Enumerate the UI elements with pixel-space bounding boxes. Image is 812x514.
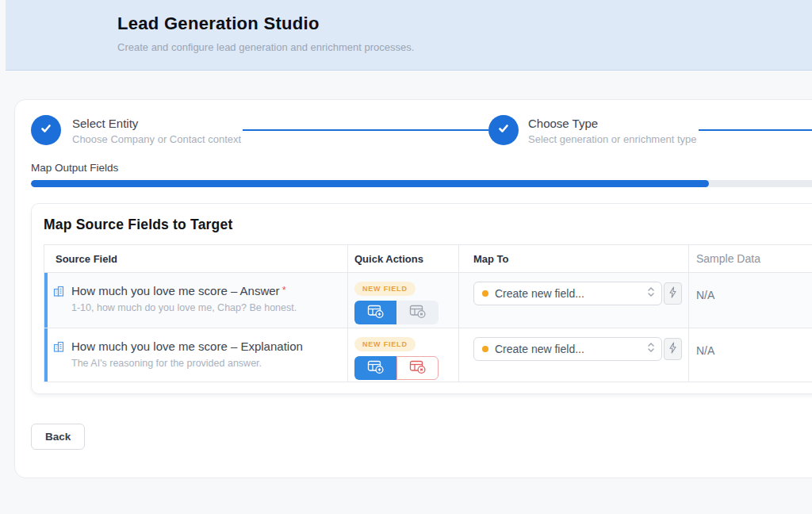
step-connector: [699, 129, 812, 131]
page-title: Lead Generation Studio: [117, 13, 812, 34]
map-to-selected-value: Create new field...: [495, 287, 647, 300]
lightning-icon: [668, 342, 677, 356]
column-header-source-field: Source Field: [44, 245, 347, 272]
new-field-dot-icon: [482, 290, 488, 297]
table-row: How much you love me score – Explanation…: [44, 328, 812, 382]
step-select-entity[interactable]: [31, 115, 61, 145]
sample-data-cell: N/A: [688, 328, 812, 382]
sample-data-value: N/A: [696, 273, 812, 301]
back-button[interactable]: Back: [31, 424, 85, 450]
auto-map-button[interactable]: [664, 338, 682, 360]
sample-data-cell: N/A: [688, 273, 812, 328]
step-connector: [243, 129, 488, 131]
auto-map-button[interactable]: [664, 282, 682, 305]
quick-actions-cell: NEW FIELD: [347, 328, 458, 382]
sample-data-value: N/A: [696, 328, 812, 357]
step-title: Select Entity: [72, 117, 241, 130]
source-field-cell: How much you love me score – Answer* 1-1…: [44, 273, 347, 328]
building-icon: [52, 285, 65, 313]
current-phase-label: Map Output Fields: [31, 162, 118, 174]
source-field-name: How much you love me score – Explanation: [71, 339, 305, 353]
building-icon: [52, 340, 65, 369]
field-remove-icon: [409, 304, 427, 321]
source-field-description: The AI's reasoning for the provided answ…: [71, 358, 305, 369]
map-to-cell: Create new field...: [458, 273, 688, 328]
source-field-name: How much you love me score – Answer*: [71, 284, 297, 297]
app-header: Lead Generation Studio Create and config…: [6, 0, 812, 71]
new-field-badge: NEW FIELD: [354, 282, 416, 296]
mapping-card-title: Map Source Fields to Target: [44, 217, 812, 233]
check-icon: [39, 121, 53, 139]
required-marker: *: [282, 284, 286, 296]
mapping-table: Source Field Quick Actions Map To Sample…: [44, 244, 812, 382]
map-to-cell: Create new field...: [458, 328, 688, 382]
step-choose-type[interactable]: [488, 115, 519, 145]
wizard-card: Select Entity Choose Company or Contact …: [14, 99, 812, 478]
mapping-card: Map Source Fields to Target Source Field…: [31, 203, 812, 394]
step-select-entity-text: Select Entity Choose Company or Contact …: [72, 117, 241, 145]
step-subtitle: Select generation or enrichment type: [528, 133, 696, 145]
map-to-select[interactable]: Create new field...: [473, 337, 662, 361]
step-subtitle: Choose Company or Contact context: [72, 133, 241, 145]
column-header-quick-actions: Quick Actions: [347, 245, 458, 272]
create-field-button[interactable]: [354, 301, 396, 324]
lightning-icon: [668, 286, 677, 301]
skip-field-button[interactable]: [396, 301, 439, 324]
source-field-description: 1-10, how much do you love me, Chap? Be …: [71, 302, 297, 313]
map-to-selected-value: Create new field...: [495, 343, 647, 355]
check-icon: [496, 121, 511, 139]
field-remove-icon: [409, 359, 427, 377]
table-row: How much you love me score – Answer* 1-1…: [44, 272, 812, 328]
field-add-icon: [367, 304, 385, 321]
column-header-sample-data: Sample Data: [688, 245, 812, 272]
field-add-icon: [367, 359, 385, 377]
quick-actions-cell: NEW FIELD: [347, 273, 458, 328]
chevron-updown-icon: [647, 342, 655, 356]
table-header-row: Source Field Quick Actions Map To Sample…: [44, 245, 812, 272]
step-choose-type-text: Choose Type Select generation or enrichm…: [528, 117, 696, 145]
new-field-dot-icon: [482, 346, 488, 352]
skip-field-button[interactable]: [396, 356, 439, 380]
column-header-map-to: Map To: [458, 245, 688, 272]
chevron-updown-icon: [647, 286, 655, 301]
progress-bar-fill: [31, 180, 709, 187]
map-to-select[interactable]: Create new field...: [473, 282, 662, 305]
new-field-badge: NEW FIELD: [354, 337, 416, 351]
step-title: Choose Type: [528, 117, 696, 130]
create-field-button[interactable]: [354, 356, 396, 380]
progress-bar: [31, 180, 812, 187]
source-field-cell: How much you love me score – Explanation…: [44, 328, 347, 382]
page-subtitle: Create and configure lead generation and…: [117, 41, 812, 53]
